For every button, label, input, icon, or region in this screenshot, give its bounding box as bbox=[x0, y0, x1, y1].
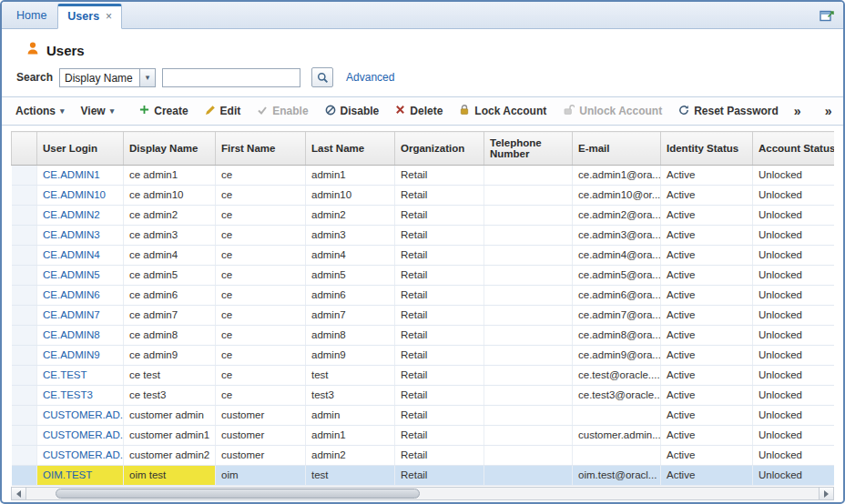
cell-user-login: CE.ADMIN3 bbox=[37, 226, 124, 246]
row-selector-cell[interactable] bbox=[12, 326, 37, 346]
search-label: Search bbox=[16, 71, 53, 84]
table-row[interactable]: CE.ADMIN4 ce admin4 ce admin4 Retail ce.… bbox=[12, 246, 835, 266]
row-selector-cell[interactable] bbox=[12, 366, 37, 386]
delete-button[interactable]: Delete bbox=[387, 105, 451, 117]
cell-text: Active bbox=[667, 369, 695, 380]
row-selector-cell[interactable] bbox=[12, 166, 37, 186]
table-row[interactable]: CE.ADMIN1 ce admin1 ce admin1 Retail ce.… bbox=[12, 166, 835, 186]
user-login-link[interactable]: CE.TEST bbox=[43, 369, 87, 380]
search-field-selector[interactable]: Display Name ▾ bbox=[59, 68, 156, 87]
enable-button[interactable]: Enable bbox=[249, 105, 316, 118]
column-header-display-name[interactable]: Display Name bbox=[124, 132, 216, 166]
advanced-search-link[interactable]: Advanced bbox=[346, 71, 394, 84]
column-header-identity-status[interactable]: Identity Status bbox=[661, 132, 753, 166]
cell-first-name: oim bbox=[216, 466, 306, 486]
tab-users[interactable]: Users × bbox=[57, 4, 122, 29]
user-login-link[interactable]: CE.ADMIN6 bbox=[43, 289, 100, 300]
table-row[interactable]: CE.ADMIN6 ce admin6 ce admin6 Retail ce.… bbox=[12, 286, 835, 306]
scroll-left-arrow[interactable] bbox=[12, 488, 26, 499]
row-selector-cell[interactable] bbox=[12, 466, 37, 486]
column-header-organization[interactable]: Organization bbox=[395, 132, 484, 166]
user-login-link[interactable]: CE.ADMIN2 bbox=[43, 209, 100, 220]
table-row[interactable]: OIM.TEST oim test oim test Retail oim.te… bbox=[12, 466, 835, 486]
view-menu[interactable]: View ▾ bbox=[73, 105, 123, 117]
close-icon[interactable]: × bbox=[106, 11, 112, 22]
row-selector-cell[interactable] bbox=[12, 206, 37, 226]
row-selector-cell[interactable] bbox=[12, 306, 37, 326]
edit-button[interactable]: Edit bbox=[197, 105, 249, 118]
new-window-icon[interactable] bbox=[820, 8, 835, 22]
disable-button[interactable]: Disable bbox=[317, 105, 388, 118]
table-row[interactable]: CE.ADMIN8 ce admin8 ce admin8 Retail ce.… bbox=[12, 326, 835, 346]
user-login-link[interactable]: CE.ADMIN7 bbox=[43, 309, 100, 320]
row-selector-cell[interactable] bbox=[12, 386, 37, 406]
row-selector-cell[interactable] bbox=[12, 286, 37, 306]
row-selector-cell[interactable] bbox=[12, 266, 37, 286]
cell-organization: Retail bbox=[395, 186, 484, 206]
column-header-telephone[interactable]: Telephone Number bbox=[484, 132, 573, 166]
row-selector-cell[interactable] bbox=[12, 426, 37, 446]
user-login-link[interactable]: CE.ADMIN5 bbox=[43, 269, 100, 280]
table-row[interactable]: CUSTOMER.AD... customer admin2 customer … bbox=[12, 446, 835, 466]
table-row[interactable]: CE.ADMIN7 ce admin7 ce admin7 Retail ce.… bbox=[12, 306, 835, 326]
cell-first-name: ce bbox=[216, 186, 306, 206]
table-row[interactable]: CE.ADMIN9 ce admin9 ce admin9 Retail ce.… bbox=[12, 346, 835, 366]
user-login-link[interactable]: CE.ADMIN10 bbox=[43, 189, 106, 200]
table-row[interactable]: CE.ADMIN10 ce admin10 ce admin10 Retail … bbox=[12, 186, 835, 206]
chevron-down-icon[interactable]: ▾ bbox=[139, 69, 155, 86]
row-selector-cell[interactable] bbox=[12, 406, 37, 426]
cell-text: admin8 bbox=[311, 329, 346, 340]
table-row[interactable]: CUSTOMER.AD... customer admin1 customer … bbox=[12, 426, 835, 446]
user-login-link[interactable]: CE.ADMIN9 bbox=[43, 349, 100, 360]
scrollbar-thumb[interactable] bbox=[56, 489, 420, 499]
table-row[interactable]: CE.ADMIN5 ce admin5 ce admin5 Retail ce.… bbox=[12, 266, 835, 286]
actions-menu[interactable]: Actions ▾ bbox=[7, 105, 73, 117]
scroll-right-arrow[interactable] bbox=[819, 488, 833, 499]
search-button[interactable] bbox=[311, 67, 333, 87]
toolbar-secondary-chevron[interactable]: » bbox=[818, 104, 840, 118]
cell-display-name: ce admin2 bbox=[124, 206, 216, 226]
cell-text: Retail bbox=[401, 349, 427, 360]
lock-account-button[interactable]: Lock Account bbox=[451, 104, 555, 118]
user-login-link[interactable]: CUSTOMER.AD... bbox=[43, 429, 124, 440]
column-header-last-name[interactable]: Last Name bbox=[306, 132, 395, 166]
cell-text: Unlocked bbox=[758, 209, 802, 220]
row-selector-cell[interactable] bbox=[12, 446, 37, 466]
user-login-link[interactable]: CE.TEST3 bbox=[43, 389, 93, 400]
create-button[interactable]: Create bbox=[131, 105, 196, 117]
user-login-link[interactable]: CUSTOMER.AD... bbox=[43, 409, 124, 420]
unlock-account-button[interactable]: Unlock Account bbox=[555, 104, 670, 118]
reset-password-button[interactable]: Reset Password bbox=[670, 105, 787, 118]
user-login-link[interactable]: CE.ADMIN3 bbox=[43, 229, 100, 240]
search-field-selector-value: Display Name bbox=[60, 69, 139, 86]
cell-text: ce bbox=[221, 209, 232, 220]
table-row[interactable]: CE.ADMIN3 ce admin3 ce admin3 Retail ce.… bbox=[12, 226, 835, 246]
column-header-first-name[interactable]: First Name bbox=[216, 132, 306, 166]
cell-text: Retail bbox=[401, 249, 427, 260]
tab-home[interactable]: Home bbox=[11, 9, 57, 28]
column-header-email[interactable]: E-mail bbox=[573, 132, 661, 166]
cell-text: customer bbox=[221, 429, 264, 440]
table-row[interactable]: CUSTOMER.AD... customer admin customer a… bbox=[12, 406, 835, 426]
search-input[interactable] bbox=[162, 68, 300, 87]
cell-text: ce bbox=[221, 189, 232, 200]
page-header: Users bbox=[2, 29, 843, 59]
user-login-link[interactable]: OIM.TEST bbox=[43, 469, 92, 480]
column-header-account-status[interactable]: Account Status bbox=[753, 132, 835, 166]
row-selector-cell[interactable] bbox=[12, 186, 37, 206]
user-login-link[interactable]: CE.ADMIN1 bbox=[43, 169, 100, 180]
row-selector-cell[interactable] bbox=[12, 346, 37, 366]
column-header-user-login[interactable]: User Login bbox=[37, 132, 124, 166]
user-login-link[interactable]: CUSTOMER.AD... bbox=[43, 449, 124, 460]
horizontal-scrollbar[interactable] bbox=[11, 487, 834, 500]
row-selector-cell[interactable] bbox=[12, 246, 37, 266]
user-login-link[interactable]: CE.ADMIN8 bbox=[43, 329, 100, 340]
cell-first-name: ce bbox=[216, 206, 306, 226]
table-row[interactable]: CE.TEST ce test ce test Retail ce.test@o… bbox=[12, 366, 835, 386]
cell-organization: Retail bbox=[395, 266, 484, 286]
table-row[interactable]: CE.TEST3 ce test3 ce test3 Retail ce.tes… bbox=[12, 386, 835, 406]
row-selector-cell[interactable] bbox=[12, 226, 37, 246]
toolbar-overflow-chevron[interactable]: » bbox=[787, 104, 809, 118]
user-login-link[interactable]: CE.ADMIN4 bbox=[43, 249, 100, 260]
table-row[interactable]: CE.ADMIN2 ce admin2 ce admin2 Retail ce.… bbox=[12, 206, 835, 226]
